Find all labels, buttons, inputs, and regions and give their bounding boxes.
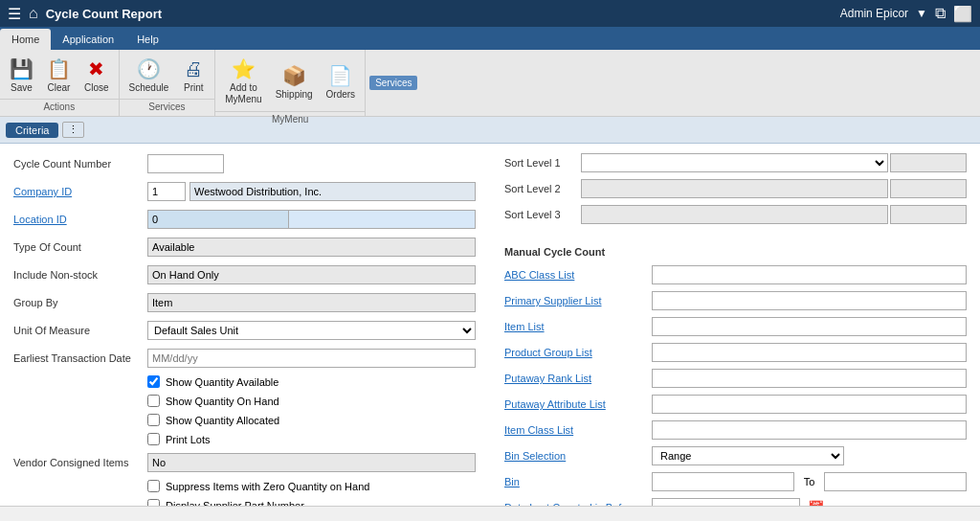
location-id-label[interactable]: Location ID (13, 214, 147, 225)
show-qty-on-hand-checkbox[interactable] (147, 395, 160, 407)
orders-label: Orders (326, 89, 356, 100)
show-qty-on-hand-row: Show Quantity On Hand (13, 395, 476, 407)
suppress-zero-checkbox[interactable] (147, 480, 160, 492)
show-qty-available-checkbox[interactable] (147, 375, 160, 388)
include-non-stock-input (147, 265, 476, 284)
abc-class-list-input[interactable] (652, 265, 967, 284)
display-supplier-part-checkbox[interactable] (147, 499, 160, 506)
abc-class-list-label[interactable]: ABC Class List (504, 269, 648, 281)
home-icon[interactable]: ⌂ (29, 5, 38, 22)
top-bar-right: Admin Epicor ▼ ⧉ ⬜ (840, 5, 972, 23)
abc-class-list-row: ABC Class List (504, 265, 967, 284)
user-label: Admin Epicor (840, 7, 908, 20)
item-class-list-input[interactable] (652, 420, 967, 440)
shipping-button[interactable]: 📦 Shipping (270, 54, 319, 109)
bin-selection-label: Bin Selection (504, 450, 648, 462)
item-list-label[interactable]: Item List (504, 321, 648, 332)
nav-tab-help[interactable]: Help (125, 29, 170, 50)
orders-button[interactable]: 📄 Orders (321, 54, 362, 109)
print-button[interactable]: 🖨 Print (176, 54, 211, 97)
sort-level-1-extra (890, 153, 967, 172)
company-id-label[interactable]: Company ID (13, 186, 147, 197)
add-to-mymenu-label: Add toMyMenu (225, 82, 261, 105)
earliest-trans-date-row: Earliest Transaction Date (13, 348, 476, 369)
clear-icon: 📋 (47, 57, 71, 80)
nav-tab-home[interactable]: Home (0, 29, 51, 50)
manual-cycle-count-title: Manual Cycle Count (504, 242, 967, 258)
sort-level-2-input (581, 179, 888, 198)
nav-tabs: Home Application Help (0, 27, 980, 50)
print-lots-checkbox[interactable] (147, 433, 160, 445)
close-icon: ✖ (88, 57, 104, 80)
putaway-rank-list-label[interactable]: Putaway Rank List (504, 373, 648, 384)
cycle-count-number-input[interactable] (147, 154, 224, 173)
bin-to-input[interactable] (824, 472, 967, 491)
sort-level-1-select[interactable] (581, 153, 888, 172)
putaway-attribute-list-input[interactable] (652, 395, 967, 414)
sort-level-3-row: Sort Level 3 (504, 205, 967, 224)
toolbar-mymenu-group: ⭐ Add toMyMenu 📦 Shipping 📄 Orders MyMen… (215, 50, 366, 116)
type-of-count-label: Type Of Count (13, 241, 147, 253)
services-group-label: Services (120, 99, 215, 116)
save-button[interactable]: 💾 Save (4, 54, 39, 97)
add-to-mymenu-button[interactable]: ⭐ Add toMyMenu (219, 54, 267, 109)
print-lots-row: Print Lots (13, 433, 476, 445)
close-button[interactable]: ✖ Close (78, 54, 115, 97)
nav-tab-application[interactable]: Application (51, 29, 125, 50)
location-name-input (288, 210, 476, 229)
right-column: Sort Level 1 Sort Level 2 Sort Level 3 M… (504, 153, 967, 506)
bin-label[interactable]: Bin (504, 476, 648, 487)
hamburger-icon[interactable]: ☰ (8, 5, 21, 23)
show-qty-allocated-label: Show Quantity Allocated (166, 415, 279, 426)
display-supplier-part-row: Display Supplier Part Number (13, 499, 476, 506)
criteria-tab[interactable]: Criteria (6, 123, 58, 138)
actions-group-label: Actions (0, 99, 119, 116)
item-list-input[interactable] (652, 317, 967, 336)
top-bar: ☰ ⌂ Cycle Count Report Admin Epicor ▼ ⧉ … (0, 0, 980, 27)
earliest-trans-date-label: Earliest Transaction Date (13, 352, 147, 364)
clear-button[interactable]: 📋 Clear (41, 54, 77, 97)
company-id-input[interactable] (147, 182, 186, 201)
location-id-row: Location ID (13, 209, 476, 230)
user-dropdown-icon[interactable]: ▼ (916, 7, 927, 20)
putaway-rank-list-input[interactable] (652, 369, 967, 388)
primary-supplier-list-input[interactable] (652, 291, 967, 310)
orders-icon: 📄 (328, 64, 352, 87)
maximize-icon[interactable]: ⬜ (953, 5, 972, 23)
vendor-consigned-row: Vendor Consigned Items (13, 452, 476, 473)
sort-level-3-extra (890, 205, 967, 224)
company-name-input (189, 182, 476, 201)
unit-of-measure-select[interactable]: Default Sales Unit (147, 321, 476, 340)
earliest-trans-date-input[interactable] (147, 349, 476, 368)
cycle-count-number-row: Cycle Count Number (13, 153, 476, 174)
show-qty-available-row: Show Quantity Available (13, 375, 476, 388)
product-group-list-label[interactable]: Product Group List (504, 347, 648, 358)
show-qty-allocated-checkbox[interactable] (147, 414, 160, 426)
vendor-consigned-input (147, 453, 476, 472)
bin-row: Bin To (504, 472, 967, 491)
item-class-list-label[interactable]: Item Class List (504, 424, 648, 436)
close-label: Close (84, 82, 109, 93)
schedule-button[interactable]: 🕐 Schedule (123, 54, 175, 97)
type-of-count-row: Type Of Count (13, 237, 476, 258)
product-group-list-input[interactable] (652, 343, 967, 362)
putaway-attribute-list-label[interactable]: Putaway Attribute List (504, 398, 648, 410)
save-icon: 💾 (10, 57, 33, 80)
sort-level-1-label: Sort Level 1 (504, 157, 581, 169)
type-of-count-input (147, 238, 476, 257)
toolbar-services-group: 🕐 Schedule 🖨 Print Services (120, 50, 216, 116)
bin-from-input[interactable] (652, 472, 794, 491)
unit-of-measure-label: Unit Of Measure (13, 325, 147, 336)
show-qty-on-hand-label: Show Quantity On Hand (166, 396, 279, 407)
left-column: Cycle Count Number Company ID Location I… (13, 153, 476, 506)
show-qty-available-label: Show Quantity Available (166, 376, 278, 388)
more-button[interactable]: ⋮ (62, 122, 84, 138)
schedule-icon: 🕐 (137, 57, 161, 80)
item-class-list-row: Item Class List (504, 420, 967, 440)
putaway-rank-list-row: Putaway Rank List (504, 369, 967, 388)
date-last-counted-input[interactable] (652, 498, 800, 506)
primary-supplier-list-label[interactable]: Primary Supplier List (504, 295, 648, 306)
copy-icon[interactable]: ⧉ (935, 5, 946, 22)
bin-selection-select[interactable]: Range List (652, 446, 844, 465)
location-id-input[interactable] (147, 210, 288, 229)
